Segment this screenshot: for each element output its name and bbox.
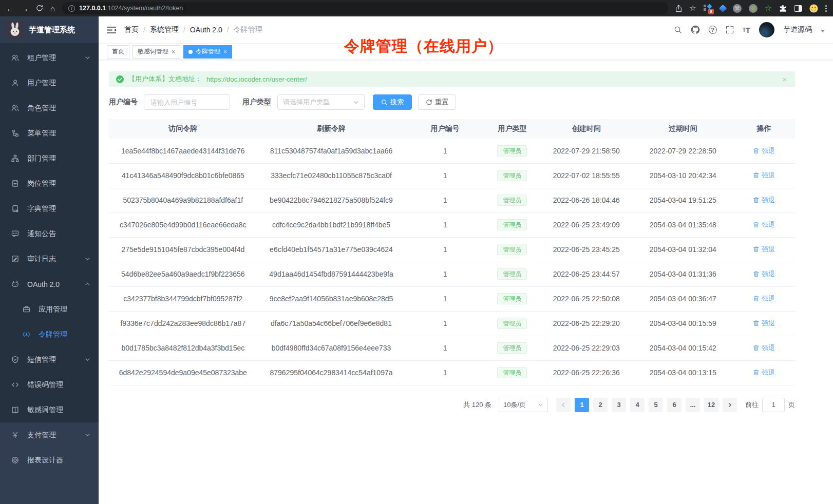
- sidebar-item-dict[interactable]: 字典管理: [0, 196, 99, 221]
- pager-page-1[interactable]: 1: [575, 398, 589, 412]
- font-size-icon[interactable]: TT: [743, 26, 750, 34]
- share-icon[interactable]: [675, 5, 682, 12]
- browser-reload-icon[interactable]: [36, 5, 43, 12]
- pager-next-button[interactable]: [723, 398, 737, 412]
- user-id-cell: 1: [405, 336, 484, 360]
- force-logout-button[interactable]: 强退: [753, 146, 775, 156]
- user-id-input[interactable]: [144, 94, 230, 110]
- sidebar-item-sensitive[interactable]: 敏感词管理: [0, 397, 99, 422]
- app-logo[interactable]: 芋道管理系统: [0, 16, 99, 43]
- pager-page-2[interactable]: 2: [593, 398, 608, 412]
- sidebar-fold-icon[interactable]: [107, 26, 116, 34]
- force-logout-button[interactable]: 强退: [753, 269, 775, 279]
- emoji-profile-icon[interactable]: [809, 4, 818, 13]
- sidebar-item-report[interactable]: 报表设计器: [0, 448, 99, 473]
- tab-敏感词管理[interactable]: 敏感词管理×: [132, 45, 180, 59]
- force-logout-button[interactable]: 强退: [753, 343, 775, 353]
- tab-令牌管理[interactable]: 令牌管理×: [183, 45, 232, 59]
- chevron-down-icon[interactable]: [821, 30, 825, 32]
- action-cell: 强退: [733, 286, 795, 311]
- sidebar-item-pay[interactable]: 支付管理: [0, 422, 99, 448]
- pager-page-4[interactable]: 4: [630, 398, 645, 412]
- table-header-row: 访问令牌刷新令牌用户编号用户类型创建时间过期时间操作: [109, 119, 795, 139]
- recorder-extension-icon[interactable]: [749, 4, 758, 13]
- user-type-badge: 管理员: [497, 170, 527, 181]
- browser-forward-icon[interactable]: →: [21, 4, 29, 13]
- force-logout-button[interactable]: 强退: [753, 368, 775, 377]
- page-size-select[interactable]: 10条/页: [499, 398, 548, 412]
- pager-page-3[interactable]: 3: [612, 398, 626, 412]
- role-icon: [11, 104, 20, 112]
- book-open-icon: [11, 406, 20, 414]
- sidebar-item-post[interactable]: 岗位管理: [0, 171, 99, 196]
- force-logout-button[interactable]: 强退: [753, 294, 775, 303]
- force-logout-button[interactable]: 强退: [753, 319, 775, 328]
- sidebar-item-app[interactable]: 应用管理: [0, 297, 99, 322]
- tab-首页[interactable]: 首页: [107, 45, 129, 59]
- browser-menu-icon[interactable]: [825, 5, 827, 12]
- breadcrumb-item[interactable]: 系统管理: [150, 25, 179, 34]
- force-logout-button[interactable]: 强退: [753, 220, 775, 229]
- user-type-badge: 管理员: [497, 268, 527, 280]
- extension-grid-icon[interactable]: 9: [704, 4, 713, 12]
- pager-page-6[interactable]: 6: [667, 398, 681, 412]
- search-button[interactable]: 搜索: [373, 94, 412, 110]
- sidebar-item-role[interactable]: 角色管理: [0, 95, 99, 121]
- fullscreen-icon[interactable]: [726, 26, 734, 34]
- refresh-token-cell: 811c530487574fa0af1a59d3abc1aa66: [257, 139, 406, 163]
- tag-tabs-bar: 首页敏感词管理×令牌管理×: [99, 43, 833, 60]
- sidebar-item-tenant[interactable]: 租户管理: [0, 45, 99, 70]
- action-cell: 强退: [733, 311, 795, 336]
- puzzle-extensions-icon[interactable]: [779, 5, 787, 12]
- site-info-icon[interactable]: i: [68, 5, 75, 12]
- goto-page-input[interactable]: [762, 398, 785, 412]
- pager-ellipsis[interactable]: ...: [686, 398, 700, 412]
- username[interactable]: 芋道源码: [783, 25, 812, 34]
- browser-home-icon[interactable]: ⌂: [50, 4, 55, 13]
- command-extension-icon[interactable]: ⌘: [733, 4, 742, 13]
- user-type-cell: 管理员: [485, 237, 540, 262]
- user-avatar[interactable]: [759, 22, 774, 37]
- sidebar-item-audit[interactable]: 审计日志: [0, 246, 99, 272]
- menu-tree-icon: [11, 129, 20, 137]
- expire-time-cell: 2054-03-04 00:13:15: [633, 360, 733, 385]
- sidebar-item-dept[interactable]: 部门管理: [0, 146, 99, 171]
- force-logout-button[interactable]: 强退: [753, 171, 775, 180]
- user-type-label: 用户类型: [242, 98, 271, 107]
- app-title: 芋道管理系统: [29, 25, 75, 35]
- sidebar-item-token[interactable]: 令牌管理: [0, 322, 99, 347]
- rabbit-logo-icon: [6, 21, 24, 38]
- sidebar-item-oauth[interactable]: OAuth 2.0: [0, 272, 99, 297]
- sidebar-item-errcode[interactable]: 错误码管理: [0, 372, 99, 397]
- reset-button[interactable]: 重置: [418, 94, 456, 110]
- side-panel-icon[interactable]: [794, 5, 802, 12]
- force-logout-button[interactable]: 强退: [753, 196, 775, 205]
- sidebar-item-notice[interactable]: 通知公告: [0, 221, 99, 246]
- sidebar-item-user[interactable]: 用户管理: [0, 70, 99, 95]
- pager-page-5[interactable]: 5: [649, 398, 663, 412]
- bookmark-star-icon[interactable]: ☆: [689, 4, 696, 13]
- star-extension-icon[interactable]: ☆: [765, 4, 772, 12]
- help-icon[interactable]: ?: [709, 26, 717, 34]
- total-count: 共 120 条: [463, 400, 491, 410]
- force-logout-button[interactable]: 强退: [753, 245, 775, 254]
- github-icon[interactable]: [691, 25, 700, 34]
- browser-back-icon[interactable]: ←: [6, 4, 14, 13]
- pager-page-12[interactable]: 12: [704, 398, 718, 412]
- address-bar[interactable]: i 127.0.0.1:1024/system/oauth2/token: [62, 2, 668, 14]
- access-token-cell: 502375b8040a469a9b82188afdf6af1f: [109, 188, 257, 212]
- breadcrumb-item[interactable]: OAuth 2.0: [190, 26, 222, 34]
- tab-close-icon[interactable]: ×: [223, 49, 227, 55]
- tab-close-icon[interactable]: ×: [172, 49, 175, 55]
- sidebar-item-sms[interactable]: 短信管理: [0, 347, 99, 372]
- doc-link[interactable]: https://doc.iocoder.cn/user-center/: [206, 75, 307, 83]
- breadcrumb-item[interactable]: 首页: [124, 25, 139, 34]
- alert-close-icon[interactable]: ×: [782, 75, 787, 83]
- goto-label: 前往: [745, 400, 759, 410]
- user-type-select[interactable]: 请选择用户类型: [277, 94, 365, 110]
- sidebar-item-menu[interactable]: 菜单管理: [0, 121, 99, 146]
- gem-extension-icon[interactable]: [718, 4, 727, 12]
- user-type-badge: 管理员: [497, 293, 527, 304]
- header-search-icon[interactable]: [674, 26, 682, 34]
- pager-prev-button[interactable]: [556, 398, 571, 412]
